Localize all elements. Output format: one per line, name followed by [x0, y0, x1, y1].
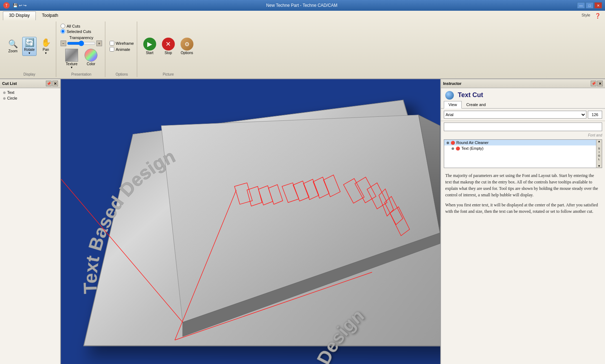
text-expand-icon: ⊕ [3, 91, 6, 95]
tree-root-icon: ⊕ [446, 141, 449, 145]
animate-checkbox[interactable]: Animate [110, 47, 134, 52]
style-label: Style [579, 11, 593, 20]
maximize-button[interactable]: □ [586, 2, 594, 9]
font-controls: Arial [441, 109, 605, 121]
zoom-icon: 🔍 [8, 39, 18, 49]
picture-group-label: Picture [163, 71, 174, 76]
text-cut-title: Text Cut [441, 88, 605, 101]
tree-scrollbar[interactable]: ▲ SIGL ▼ [596, 140, 602, 168]
stop-icon: ✕ [162, 38, 175, 51]
minimize-button[interactable]: — [577, 2, 585, 9]
pan-icon: ✋ [41, 38, 51, 47]
color-icon [85, 49, 97, 62]
rotate-icon: 🔄 [25, 38, 34, 47]
options-button[interactable]: ⚙ Options [179, 37, 195, 56]
cut-list-item-circle[interactable]: ⊕ Circle [0, 95, 60, 101]
cut-list-panel: Cut List 📌 ✕ ⊕ Text ⊕ Circle [0, 79, 61, 364]
zoom-label: Zoom [8, 49, 18, 53]
text-item-label: Text [7, 90, 14, 95]
color-button[interactable]: Color [83, 48, 99, 70]
tree-child-label: Text (Empty) [461, 146, 484, 150]
instructor-pin-icon[interactable]: 📌 [591, 81, 596, 86]
options-icon: ⚙ [181, 38, 193, 51]
text-cut-icon [445, 91, 454, 100]
tab-create-and[interactable]: Create and [462, 101, 490, 108]
tree-scroll-up[interactable]: ▲ [598, 140, 601, 143]
tab-3d-display[interactable]: 3D Display [3, 11, 36, 20]
instructor-header: Instructor 📌 ✕ [441, 79, 605, 88]
style-help-icon[interactable]: ❓ [593, 11, 602, 20]
start-icon: ▶ [143, 38, 156, 51]
cut-list-pin-icon[interactable]: 📌 [46, 81, 52, 86]
rotate-button[interactable]: 🔄 Rotate ▼ [22, 37, 37, 56]
stop-button[interactable]: ✕ Stop [160, 37, 177, 56]
texture-button[interactable]: Texture ▼ [63, 48, 80, 70]
instructor-panel: Instructor 📌 ✕ Text Cut View Create and … [440, 79, 605, 364]
cut-list-close-icon[interactable]: ✕ [52, 81, 58, 86]
wireframe-checkbox[interactable]: Wireframe [110, 41, 134, 46]
tree-child-bullet: 🔴 [456, 147, 460, 150]
tree-scroll-labels: SIGL [598, 143, 600, 164]
titlebar: T 💾 ↩ ↪ New Techne Part - Techne CAD/CAM… [0, 0, 605, 11]
options-label: Options [181, 51, 193, 55]
pan-label: Pan [43, 48, 49, 52]
tab-view[interactable]: View [444, 101, 462, 109]
tree-scroll-down[interactable]: ▼ [598, 164, 601, 168]
tree-child-item[interactable]: ⊕ 🔴 Text (Empty) [444, 145, 602, 151]
transparency-control: Transparency − + [61, 35, 102, 46]
selected-cuts-radio[interactable]: Selected Cuts [61, 29, 91, 34]
tree-root-label: Round Air Cleaner [456, 140, 489, 145]
close-button[interactable]: ✕ [594, 2, 602, 9]
tree-root-item[interactable]: ⊕ 🔴 Round Air Cleaner [444, 140, 602, 145]
circle-expand-icon: ⊕ [3, 96, 6, 100]
cut-list-item-text[interactable]: ⊕ Text [0, 90, 60, 95]
texture-icon [65, 49, 78, 62]
start-button[interactable]: ▶ Start [141, 37, 158, 56]
presentation-group-label: Presentation [71, 71, 91, 76]
cut-radio-group: All Cuts Selected Cuts [61, 24, 91, 34]
color-label: Color [87, 62, 95, 66]
stop-label: Stop [164, 51, 172, 55]
ribbon-content: 🔍 Zoom 🔄 Rotate ▼ ✋ Pan ▼ Display [0, 20, 605, 78]
font-select[interactable]: Arial [444, 111, 586, 119]
text-entry[interactable] [444, 123, 602, 131]
circle-item-label: Circle [7, 96, 17, 100]
instructor-close-icon[interactable]: ✕ [597, 81, 603, 86]
transparency-plus-button[interactable]: + [96, 40, 102, 46]
main: Cut List 📌 ✕ ⊕ Text ⊕ Circle [0, 79, 605, 364]
options-group: Wireframe Animate Options [107, 21, 137, 77]
options-group-label: Options [116, 71, 128, 76]
pan-button[interactable]: ✋ Pan ▼ [39, 37, 53, 56]
transparency-minus-button[interactable]: − [61, 40, 66, 46]
cut-list-header: Cut List 📌 ✕ [0, 79, 60, 88]
all-cuts-radio[interactable]: All Cuts [61, 24, 91, 28]
display-group: 🔍 Zoom 🔄 Rotate ▼ ✋ Pan ▼ Display [3, 21, 56, 77]
quick-access: 💾 ↩ ↪ [13, 3, 27, 8]
instructor-title: Instructor [443, 81, 461, 86]
tree-root-bullet: 🔴 [451, 141, 455, 145]
description-2: When you first enter text, it will be di… [445, 202, 598, 214]
tab-toolpath[interactable]: Toolpath [36, 11, 64, 20]
metal-surface [83, 100, 440, 346]
app-icon: T [3, 2, 10, 9]
font-and-label: Font and [441, 133, 605, 138]
tree-area: ⊕ 🔴 Round Air Cleaner ⊕ 🔴 Text (Empty) ▲… [444, 139, 602, 168]
zoom-button[interactable]: 🔍 Zoom [6, 38, 20, 54]
cut-list-title: Cut List [2, 81, 17, 86]
instructor-description: The majority of parameters are set using… [441, 169, 605, 364]
tree-child-icon: ⊕ [451, 147, 454, 150]
presentation-group: All Cuts Selected Cuts Transparency − + [58, 21, 105, 77]
ribbon-tabs: 3D Display Toolpath Style ❓ [0, 11, 605, 20]
window-controls: — □ ✕ [577, 2, 602, 9]
description-1: The majority of parameters are set using… [445, 173, 598, 197]
rotate-label: Rotate [24, 48, 34, 52]
font-size-input[interactable] [588, 111, 602, 119]
transparency-slider[interactable] [67, 40, 96, 46]
svg-text:T: T [5, 4, 8, 8]
texture-label: Texture [66, 62, 78, 66]
instructor-sub-tabs: View Create and [441, 101, 605, 109]
start-label: Start [146, 51, 153, 55]
transparency-label: Transparency [69, 35, 93, 40]
display-group-label: Display [24, 71, 35, 76]
picture-group: ▶ Start ✕ Stop ⚙ Options Picture [139, 21, 198, 77]
